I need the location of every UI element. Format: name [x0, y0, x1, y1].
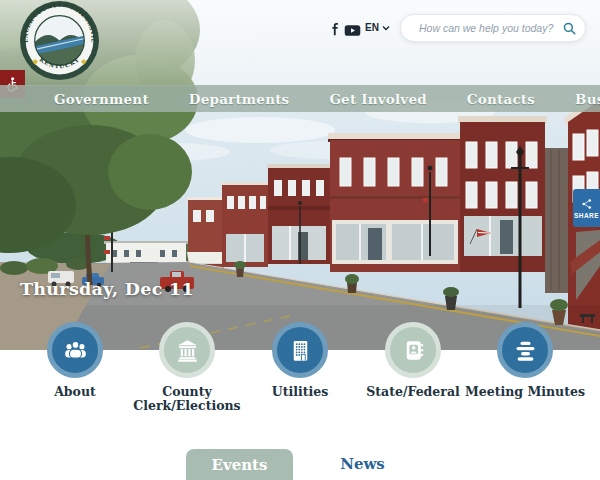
language-selector[interactable]: EN: [365, 22, 390, 33]
contact-book-icon: [400, 337, 427, 364]
building-icon: [287, 337, 314, 364]
chevron-down-icon: [382, 25, 390, 31]
main-nav: Government Departments Get Involved Cont…: [0, 85, 600, 112]
current-date: Thursday, Dec 11: [20, 279, 194, 299]
quick-link-county-clerk-elections[interactable]: County Clerk/Elections: [127, 322, 247, 414]
search-icon[interactable]: [562, 21, 577, 36]
county-seal-logo[interactable]: SPENCER COUNTY • TAYLORSVILLE KENTUCKY: [19, 0, 100, 81]
nav-item-government[interactable]: Government: [54, 91, 149, 107]
youtube-link[interactable]: [344, 22, 361, 35]
share-button[interactable]: SHARE: [573, 189, 600, 227]
quick-links-row: About County Clerk/Elections: [0, 322, 600, 422]
facebook-link[interactable]: [328, 21, 342, 35]
quick-link-utilities[interactable]: Utilities: [240, 322, 360, 399]
search-input[interactable]: [417, 21, 562, 35]
page: SPENCER COUNTY • TAYLORSVILLE KENTUCKY E…: [0, 0, 600, 480]
quick-link-meeting-minutes[interactable]: Meeting Minutes: [465, 322, 585, 399]
nav-item-businesses[interactable]: Businesses: [575, 91, 600, 107]
quick-link-label: Meeting Minutes: [465, 385, 585, 399]
about-circle: [47, 322, 103, 378]
share-icon: [581, 198, 593, 210]
language-label: EN: [365, 22, 379, 33]
users-icon: [62, 337, 89, 364]
quick-link-label: County Clerk/Elections: [127, 385, 247, 414]
facebook-icon: [328, 22, 342, 36]
meeting-minutes-circle: [497, 322, 553, 378]
courthouse-icon: [174, 337, 201, 364]
tab-events[interactable]: Events: [186, 449, 293, 480]
quick-link-label: State/Federal: [353, 385, 473, 399]
quick-link-label: About: [15, 385, 135, 399]
county-clerk-circle: [159, 322, 215, 378]
tab-news[interactable]: News: [320, 455, 405, 473]
quick-link-about[interactable]: About: [15, 322, 135, 399]
nav-item-get-involved[interactable]: Get Involved: [329, 91, 426, 107]
youtube-icon: [344, 24, 361, 37]
nav-item-contacts[interactable]: Contacts: [467, 91, 535, 107]
quick-link-state-federal[interactable]: State/Federal: [353, 322, 473, 399]
list-lines-icon: [512, 337, 539, 364]
share-label: SHARE: [574, 212, 599, 219]
quick-link-label: Utilities: [240, 385, 360, 399]
search-bar: [400, 14, 586, 42]
nav-item-departments[interactable]: Departments: [189, 91, 290, 107]
utilities-circle: [272, 322, 328, 378]
state-federal-circle: [385, 322, 441, 378]
